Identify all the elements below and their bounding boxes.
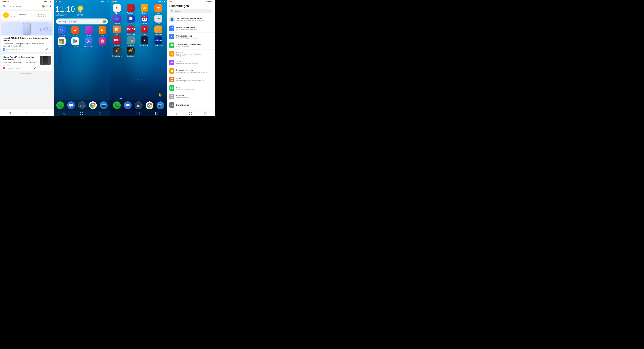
svg-rect-17	[82, 105, 82, 106]
home-mic-icon[interactable]: 🎤	[102, 20, 106, 23]
network-text: Drahtlos & Netzwerke WLAN, Dual-SIM, Mob…	[176, 26, 210, 30]
feed-searchbar[interactable]: G 🎤 ⬇ ⋮	[0, 3, 54, 10]
download-icon[interactable]: ⬇	[46, 5, 48, 8]
settings-item-sound[interactable]: Töne Nicht stören, Klingelton, Vibration…	[167, 58, 215, 67]
settings-home-button[interactable]	[189, 112, 192, 115]
home2-back-button[interactable]: ◁	[119, 112, 121, 115]
settings-item-device[interactable]: Geräteverbin­dung Bluetooth, NFC, Easy P…	[167, 33, 215, 41]
homescreen-text: Startbildschirm & Hintergrund Magazine, …	[176, 43, 210, 47]
home-search-bar[interactable]: G Sag "Ok Google"... 🎤	[56, 19, 108, 25]
settings-item-storage[interactable]: Speicher Speicherbereiniger ›	[167, 92, 215, 101]
more-news2-icon[interactable]: ⋮	[37, 67, 39, 69]
dock-chrome[interactable]	[89, 101, 97, 109]
weather-info: 33°C in Leverkusen Sonnig	[10, 13, 34, 17]
source-name-1: WindowsUnited	[6, 49, 16, 50]
home-back-button[interactable]: ◁	[62, 112, 64, 115]
app-dateien[interactable]: 📁 Dateien	[139, 4, 150, 14]
app-chinagadgets[interactable]: G ChinaGadgets	[112, 47, 122, 57]
settings-search-bar[interactable]: 🔍	[169, 9, 212, 13]
home2-dock-camera[interactable]: 📷	[156, 101, 164, 109]
app-honor-store-2[interactable]: HONOR Honor Store	[112, 36, 122, 46]
app-musik[interactable]: 🎵 Musik	[84, 26, 94, 36]
home-recent-button[interactable]	[99, 112, 101, 115]
svg-rect-12	[90, 39, 91, 40]
recent-button[interactable]: □	[41, 110, 47, 115]
app-google[interactable]: Google	[56, 37, 67, 47]
app-optimizer[interactable]: 🛡 Optimizer	[56, 26, 67, 36]
news-title-1: Huawei: EMUI 9.1 Rollout bringt überrasc…	[3, 37, 51, 42]
app-hicare[interactable]: HiCare	[112, 4, 122, 14]
dock-camera[interactable]: 📷	[100, 101, 108, 109]
app-video[interactable]: ▶ Video	[97, 26, 108, 36]
dock-messages[interactable]: 💬	[67, 101, 75, 109]
more-news-icon[interactable]: ⋮	[48, 48, 51, 51]
home-weather-range: 38° / 20°	[77, 14, 84, 16]
app-browser[interactable]: 🌐 Browser	[112, 15, 122, 25]
settings-item-homescreen[interactable]: Startbildschirm & Hintergrund Magazine, …	[167, 41, 215, 50]
app-dealdoktor[interactable]: 😀 DealDoktor	[125, 47, 136, 57]
settings-recent-button[interactable]	[204, 112, 207, 115]
home2-home-button[interactable]	[136, 112, 140, 115]
app-top-apps[interactable]: Top Apps	[125, 36, 136, 46]
settings-item-battery[interactable]: Akku Stromsparen, Akkunutzung ›	[167, 84, 215, 92]
home2-dock-apps[interactable]	[135, 101, 142, 109]
home-dock: 📞 💬 📷	[54, 100, 110, 111]
app-uhr[interactable]: 🕐 Uhr	[125, 15, 136, 25]
mic-news-icon[interactable]: 🎤	[46, 48, 48, 51]
news-card-2-image	[40, 56, 51, 65]
email-label: E-Mail	[156, 23, 160, 25]
app-designs[interactable]: 🖌 Designs	[70, 26, 81, 36]
settings-item-notifications[interactable]: Benachrichtigungen Embleme, Sperrbildsch…	[167, 67, 215, 75]
app-playstore[interactable]: Play Store	[70, 37, 81, 47]
settings-item-apps[interactable]: Apps Berechtigungen, Standard-Apps, App-…	[167, 75, 215, 84]
settings-item-digital-balance[interactable]: Digital Balance ›	[167, 101, 215, 109]
dock-phone[interactable]: 📞	[56, 101, 64, 109]
settings-search-input[interactable]	[175, 10, 210, 12]
settings-item-network[interactable]: Drahtlos & Netzwerke WLAN, Dual-SIM, Mob…	[167, 24, 215, 33]
einstellungen-icon	[85, 37, 93, 45]
source-logo-2: T	[3, 67, 5, 69]
home-apps-row-2: Google Play Store	[54, 37, 110, 48]
playstore-svg	[72, 39, 78, 44]
app-email[interactable]: ✉ E-Mail	[153, 15, 164, 25]
home2-dock-chrome[interactable]	[146, 101, 154, 109]
more-icon[interactable]: ⋮	[49, 5, 52, 8]
weather-card[interactable]: 33°C in Leverkusen Sonnig 39°C / 21°C 🌧 …	[1, 11, 52, 20]
app-booking[interactable]: Booking.com Booking.com	[153, 36, 164, 46]
home-search-text[interactable]: Sag "Ok Google"...	[63, 21, 101, 23]
app-einstellungen[interactable]: Einstellungen	[84, 37, 94, 47]
app-memo[interactable]: 📝 Memo	[112, 26, 122, 35]
settings-item-display[interactable]: Anzeige Helligkeit, Augen schonen, Schri…	[167, 50, 215, 58]
settings-back-button[interactable]: ◁	[174, 112, 176, 115]
hicare-label: HiCare	[114, 12, 119, 14]
honorstore-icon: HONOR	[127, 26, 134, 33]
google-icon	[58, 37, 66, 45]
app-galerie[interactable]: 🌸 Galerie	[97, 37, 108, 47]
news-card-1[interactable]: EM91 🔔 Huawei: EMUI 9.1 Rollout bringt ü…	[1, 22, 52, 52]
home-button[interactable]: ○	[24, 110, 30, 115]
app-appgallery[interactable]: ⊞ AppGallery	[125, 4, 136, 14]
app-health[interactable]: ❤ Health	[153, 4, 164, 14]
home-home-button[interactable]	[80, 112, 83, 115]
settings-gear-svg	[86, 39, 91, 43]
app-kalender[interactable]: Freitag 26 Kalender	[139, 15, 150, 25]
feed-search-input[interactable]	[7, 5, 41, 8]
app-honor-store[interactable]: HONOR Honor Store	[125, 26, 136, 35]
weather-more-icon[interactable]: ⋮	[48, 14, 50, 17]
back-button[interactable]: ◁	[7, 110, 12, 115]
settings-profile-item[interactable]: 👤 Bei HUAWEI ID anmelden Auf Cloud, AppG…	[167, 15, 215, 24]
home2-dock-messages[interactable]: 💬	[124, 101, 132, 109]
mic-icon[interactable]: 🎤	[42, 5, 44, 8]
svg-point-53	[172, 96, 173, 96]
app-werkzeuge[interactable]: 🔧 Werkzeuge	[153, 26, 164, 35]
dock-apps[interactable]	[78, 101, 86, 109]
app-fortnite[interactable]: ⬇ Fortnite Insta...	[139, 36, 150, 46]
wifi-svg	[170, 27, 173, 30]
app-tipps[interactable]: i Tipps	[139, 26, 150, 35]
home2-dock-phone[interactable]: 📞	[113, 101, 121, 109]
svg-rect-26	[140, 104, 140, 104]
news-card-2[interactable]: Xiaomi Redmi 7 im Test: günstige Mittelk…	[1, 55, 52, 71]
mic-news2-icon[interactable]: 🎤	[34, 67, 36, 69]
galerie-icon: 🌸	[98, 37, 106, 45]
home2-recent-button[interactable]	[155, 112, 158, 115]
